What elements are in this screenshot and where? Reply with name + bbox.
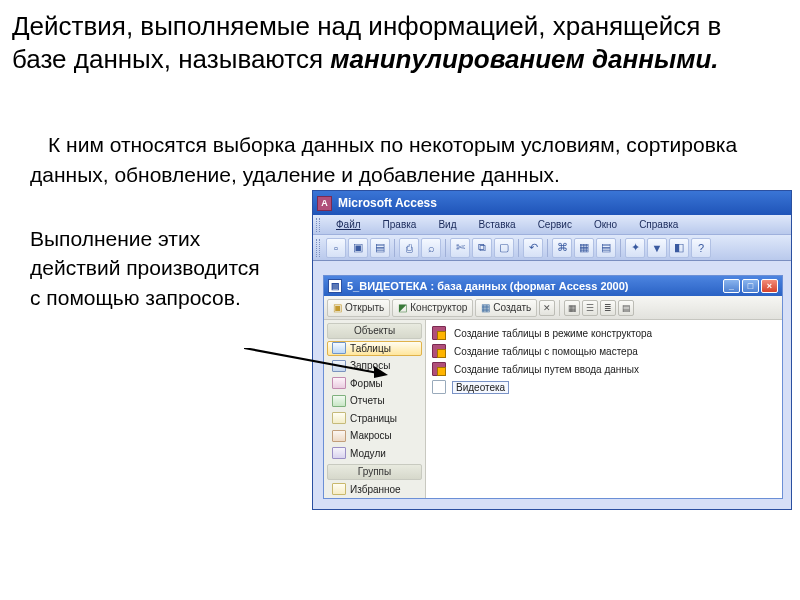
tb-prop-icon[interactable]: ▤ <box>596 238 616 258</box>
db-tb-design-button[interactable]: ◩ Конструктор <box>392 299 473 317</box>
tb-sep <box>547 239 548 257</box>
objects-item-modules[interactable]: Модули <box>327 446 422 462</box>
db-tb-view-small-icon[interactable]: ☰ <box>582 300 598 316</box>
forms-label: Формы <box>350 378 383 389</box>
reports-label: Отчеты <box>350 395 385 406</box>
list-pane: Создание таблицы в режиме конструктора С… <box>426 320 782 498</box>
db-minimize-button[interactable]: _ <box>723 279 740 293</box>
db-window: ▤ 5_ВИДЕОТЕКА : база данных (формат Acce… <box>323 275 783 499</box>
menu-item-tools[interactable]: Сервис <box>528 217 582 232</box>
db-tb-view-list-icon[interactable]: ≣ <box>600 300 616 316</box>
pages-label: Страницы <box>350 413 397 424</box>
intro-paragraph: Действия, выполняемые над информацией, х… <box>12 10 762 77</box>
svg-line-0 <box>244 348 378 373</box>
wizard-icon <box>432 326 446 340</box>
objects-item-pages[interactable]: Страницы <box>327 411 422 427</box>
design-icon: ◩ <box>398 302 407 313</box>
macros-icon <box>332 430 346 442</box>
body-p3: действий производится <box>30 253 290 282</box>
db-tb-view-large-icon[interactable]: ▦ <box>564 300 580 316</box>
menu-item-file[interactable]: Файл <box>326 217 371 232</box>
list-item-label: Создание таблицы путем ввода данных <box>452 364 641 375</box>
list-item-label: Создание таблицы в режиме конструктора <box>452 328 654 339</box>
tb-open-icon[interactable]: ▣ <box>348 238 368 258</box>
db-tb-view-detail-icon[interactable]: ▤ <box>618 300 634 316</box>
body-p4: с помощью запросов. <box>30 283 290 312</box>
app-menubar: Файл Правка Вид Вставка Сервис Окно Спра… <box>313 215 791 235</box>
svg-marker-1 <box>374 366 388 378</box>
wizard-icon <box>432 344 446 358</box>
modules-label: Модули <box>350 448 386 459</box>
tb-paste-icon[interactable]: ▢ <box>494 238 514 258</box>
db-window-icon: ▤ <box>328 279 342 293</box>
tb-new-icon[interactable]: ▫ <box>326 238 346 258</box>
list-item-label: Видеотека <box>452 381 509 394</box>
tb-sep <box>620 239 621 257</box>
tb-cut-icon[interactable]: ✄ <box>450 238 470 258</box>
tb-key-icon[interactable]: ✦ <box>625 238 645 258</box>
db-window-titlebar[interactable]: ▤ 5_ВИДЕОТЕКА : база данных (формат Acce… <box>324 276 782 296</box>
app-titlebar[interactable]: A Microsoft Access <box>313 191 791 215</box>
menu-item-help[interactable]: Справка <box>629 217 688 232</box>
objects-header[interactable]: Объекты <box>327 323 422 339</box>
open-icon: ▣ <box>333 302 342 313</box>
db-close-button[interactable]: × <box>761 279 778 293</box>
app-toolbar: ▫ ▣ ▤ ⎙ ⌕ ✄ ⧉ ▢ ↶ ⌘ ▦ ▤ ✦ ▼ ◧ ? <box>313 235 791 261</box>
db-tb-sep <box>559 300 560 316</box>
tb-help-icon[interactable]: ? <box>691 238 711 258</box>
arrow-to-queries <box>244 348 388 378</box>
body-lines: Выполнение этих действий производится с … <box>30 224 290 312</box>
favorites-icon <box>332 483 346 495</box>
db-maximize-button[interactable]: □ <box>742 279 759 293</box>
create-icon: ▦ <box>481 302 490 313</box>
table-icon <box>432 380 446 394</box>
db-window-body: Объекты Таблицы Запросы Формы Отчеты <box>324 320 782 498</box>
objects-item-reports[interactable]: Отчеты <box>327 393 422 409</box>
tb-preview-icon[interactable]: ⌕ <box>421 238 441 258</box>
reports-icon <box>332 395 346 407</box>
body-p1: К ним относятся выборка данных по некото… <box>30 130 770 190</box>
db-tb-open-button[interactable]: ▣ Открыть <box>327 299 390 317</box>
menubar-grip-icon[interactable] <box>316 218 320 232</box>
db-window-title: 5_ВИДЕОТЕКА : база данных (формат Access… <box>347 280 629 292</box>
access-logo-icon: A <box>317 196 332 211</box>
list-item-create-constructor[interactable]: Создание таблицы в режиме конструктора <box>432 324 776 342</box>
tb-save-icon[interactable]: ▤ <box>370 238 390 258</box>
tb-copy-icon[interactable]: ⧉ <box>472 238 492 258</box>
body-p2: Выполнение этих <box>30 224 290 253</box>
db-tb-create-button[interactable]: ▦ Создать <box>475 299 537 317</box>
list-item-create-entry[interactable]: Создание таблицы путем ввода данных <box>432 360 776 378</box>
db-window-toolbar: ▣ Открыть ◩ Конструктор ▦ Создать ✕ ▦ ☰ … <box>324 296 782 320</box>
favorites-label: Избранное <box>350 484 401 495</box>
forms-icon <box>332 377 346 389</box>
menu-item-view[interactable]: Вид <box>428 217 466 232</box>
objects-pane: Объекты Таблицы Запросы Формы Отчеты <box>324 320 426 498</box>
tb-code-icon[interactable]: ◧ <box>669 238 689 258</box>
toolbar-grip-icon[interactable] <box>316 239 320 257</box>
pages-icon <box>332 412 346 424</box>
intro-emphasis: манипулированием данными. <box>330 44 718 74</box>
tb-sep <box>518 239 519 257</box>
wizard-icon <box>432 362 446 376</box>
objects-item-macros[interactable]: Макросы <box>327 428 422 444</box>
groups-header[interactable]: Группы <box>327 464 422 480</box>
body-paragraph-1: К ним относятся выборка данных по некото… <box>30 130 770 190</box>
list-item-label: Создание таблицы с помощью мастера <box>452 346 640 357</box>
list-item-create-wizard[interactable]: Создание таблицы с помощью мастера <box>432 342 776 360</box>
tb-rel-icon[interactable]: ▦ <box>574 238 594 258</box>
app-title: Microsoft Access <box>338 196 437 210</box>
tb-undo-icon[interactable]: ↶ <box>523 238 543 258</box>
menu-item-window[interactable]: Окно <box>584 217 627 232</box>
tb-sep <box>445 239 446 257</box>
tb-macro-icon[interactable]: ▼ <box>647 238 667 258</box>
macros-label: Макросы <box>350 430 392 441</box>
list-item-videoteka[interactable]: Видеотека <box>432 378 776 396</box>
tb-sep <box>394 239 395 257</box>
groups-item-favorites[interactable]: Избранное <box>327 482 422 498</box>
modules-icon <box>332 447 346 459</box>
db-tb-delete-icon[interactable]: ✕ <box>539 300 555 316</box>
tb-print-icon[interactable]: ⎙ <box>399 238 419 258</box>
menu-item-edit[interactable]: Правка <box>373 217 427 232</box>
tb-link-icon[interactable]: ⌘ <box>552 238 572 258</box>
menu-item-insert[interactable]: Вставка <box>468 217 525 232</box>
